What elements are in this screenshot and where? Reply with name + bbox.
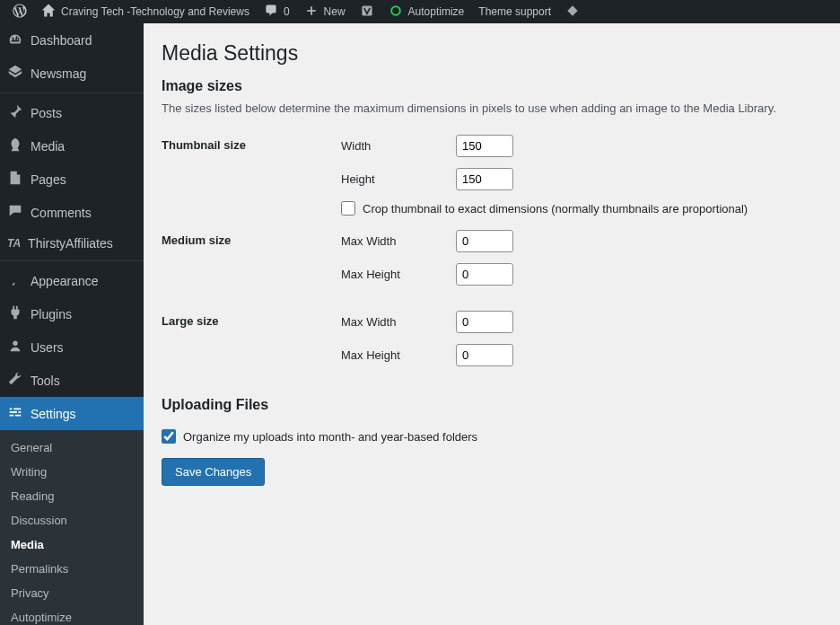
newsmag-menu-icon [7,64,23,83]
svg-rect-2 [567,5,577,15]
comment-icon [264,4,278,21]
autoptimize-button[interactable]: Autoptimize [381,0,472,23]
thirstyaffiliates-icon: TA [7,237,21,250]
uploading-files-heading: Uploading Files [162,397,822,413]
sidebar-item-tools[interactable]: Tools [0,364,144,397]
submenu-item-reading[interactable]: Reading [0,484,144,508]
page-title: Media Settings [162,41,822,66]
thumbnail-height-label: Height [341,172,449,186]
sidebar-item-label: Media [31,139,65,154]
large-size-label: Large size [162,304,341,384]
site-home-button[interactable]: Craving Tech -Technology and Reviews [34,0,257,23]
sidebar-item-newsmag[interactable]: Newsmag [0,57,144,90]
media-icon [7,136,23,155]
sidebar-item-label: Plugins [31,307,72,321]
submenu-item-privacy[interactable]: Privacy [0,581,144,605]
submenu-item-discussion[interactable]: Discussion [0,508,144,533]
sidebar-item-label: Posts [31,106,62,120]
sidebar-item-dashboard[interactable]: Dashboard [0,23,144,57]
plus-icon [304,4,319,21]
sidebar-item-thirstyaffiliates[interactable]: TA ThirstyAffiliates [0,229,144,258]
user-icon [7,338,23,357]
new-label: New [324,5,346,18]
sliders-icon [7,404,23,423]
wordpress-icon [13,4,27,21]
comments-button[interactable]: 0 [257,0,297,23]
newsmag-toolbar-button[interactable] [353,0,381,23]
sidebar-item-label: Appearance [31,274,99,288]
admin-sidebar: Dashboard Newsmag Posts Media Pages Comm… [0,23,144,625]
autoptimize-label: Autoptimize [408,5,465,18]
comments-count: 0 [284,5,290,18]
wp-logo-button[interactable] [5,0,34,23]
sidebar-item-label: Pages [31,172,66,187]
settings-submenu: General Writing Reading Discussion Media… [0,430,144,625]
medium-maxheight-input[interactable] [456,263,513,286]
save-changes-button[interactable]: Save Changes [162,458,265,486]
page-icon [7,170,23,189]
sidebar-item-label: Newsmag [31,66,86,81]
sidebar-item-label: Comments [31,206,92,220]
comments-icon [7,203,23,222]
main-content: Media Settings Image sizes The sizes lis… [144,23,840,625]
extra-toolbar-button[interactable] [558,0,587,23]
sidebar-item-label: ThirstyAffiliates [28,236,113,251]
submenu-item-writing[interactable]: Writing [0,460,144,484]
sidebar-item-pages[interactable]: Pages [0,163,144,196]
sidebar-item-label: Users [31,340,64,355]
sidebar-item-label: Dashboard [31,33,92,48]
new-content-button[interactable]: New [297,0,353,23]
medium-maxwidth-label: Max Width [341,234,449,248]
menu-separator [0,92,144,93]
image-sizes-heading: Image sizes [162,78,822,94]
sidebar-item-users[interactable]: Users [0,330,144,364]
site-name: Craving Tech -Technology and Reviews [61,5,249,18]
sidebar-item-label: Settings [31,407,76,421]
thumbnail-height-input[interactable] [456,168,513,190]
submenu-item-autoptimize[interactable]: Autoptimize [0,605,144,625]
plug-icon [7,304,23,323]
sidebar-item-media[interactable]: Media [0,129,144,163]
sidebar-item-settings[interactable]: Settings [0,397,144,430]
theme-support-button[interactable]: Theme support [471,0,558,23]
organize-uploads-label: Organize my uploads into month- and year… [183,430,477,444]
brush-icon [7,271,23,290]
medium-size-label: Medium size [162,223,341,304]
thumbnail-width-label: Width [341,139,449,153]
diamond-icon [565,4,580,21]
theme-support-label: Theme support [478,5,551,18]
image-sizes-description: The sizes listed below determine the max… [162,101,822,115]
large-maxwidth-label: Max Width [341,315,449,329]
organize-uploads-checkbox[interactable] [162,429,176,444]
sidebar-item-comments[interactable]: Comments [0,196,144,229]
submenu-item-general[interactable]: General [0,436,144,460]
sidebar-item-plugins[interactable]: Plugins [0,297,144,330]
sidebar-item-appearance[interactable]: Appearance [0,264,144,297]
medium-maxheight-label: Max Height [341,268,449,281]
sidebar-item-posts[interactable]: Posts [0,96,144,129]
home-icon [41,4,56,21]
thumbnail-width-input[interactable] [456,135,513,157]
crop-thumbnail-label: Crop thumbnail to exact dimensions (norm… [363,202,748,216]
pin-icon [7,103,23,122]
image-sizes-table: Thumbnail size Width Height Crop thumbna… [162,128,822,384]
large-maxheight-input[interactable] [456,344,513,366]
admin-toolbar: Craving Tech -Technology and Reviews 0 N… [0,0,840,23]
menu-separator [0,260,144,261]
sidebar-item-label: Tools [31,374,60,388]
medium-maxwidth-input[interactable] [456,230,513,252]
dashboard-icon [7,31,23,49]
large-maxheight-label: Max Height [341,348,449,362]
wrench-icon [7,371,23,390]
large-maxwidth-input[interactable] [456,311,513,333]
submenu-item-permalinks[interactable]: Permalinks [0,557,144,581]
svg-point-3 [13,341,17,346]
thumbnail-size-label: Thumbnail size [162,128,341,223]
svg-point-1 [391,6,400,15]
submenu-item-media[interactable]: Media [0,533,144,557]
newsmag-icon [360,4,374,21]
crop-thumbnail-checkbox[interactable] [341,201,355,216]
autoptimize-status-icon [389,4,403,21]
